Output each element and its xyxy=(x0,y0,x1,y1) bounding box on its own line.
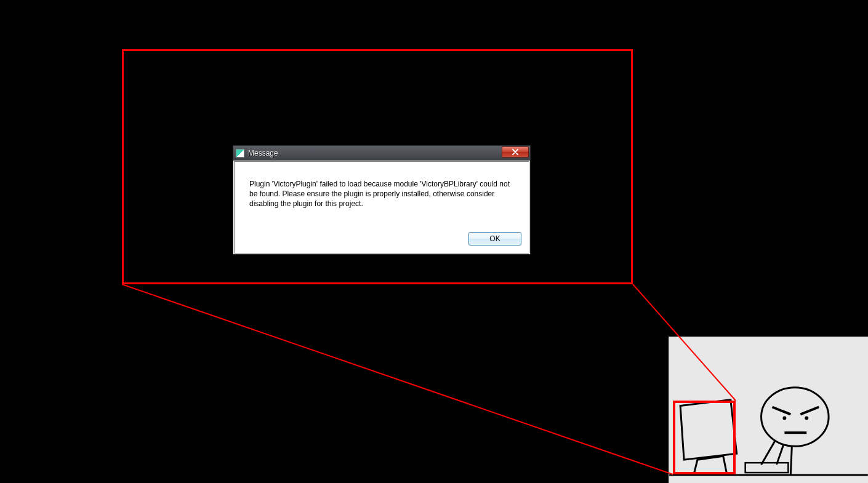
dialog-titlebar[interactable]: Message xyxy=(233,146,530,161)
svg-line-12 xyxy=(790,446,792,474)
dialog-title: Message xyxy=(248,149,528,158)
meme-drawing xyxy=(669,337,868,483)
svg-rect-3 xyxy=(745,463,789,473)
message-dialog: Message Plugin 'VictoryPlugin' failed to… xyxy=(233,145,531,255)
close-icon xyxy=(512,149,519,155)
svg-line-4 xyxy=(762,438,777,465)
dialog-body: Plugin 'VictoryPlugin' failed to load be… xyxy=(235,162,529,227)
svg-point-9 xyxy=(782,416,786,420)
close-button[interactable] xyxy=(502,146,529,158)
dialog-inner: Plugin 'VictoryPlugin' failed to load be… xyxy=(234,161,529,253)
monitor-icon xyxy=(680,400,737,474)
svg-point-10 xyxy=(805,416,808,420)
svg-point-6 xyxy=(762,388,829,447)
app-icon xyxy=(236,149,244,158)
svg-marker-2 xyxy=(694,456,727,474)
ok-button[interactable]: OK xyxy=(468,232,521,245)
svg-line-13 xyxy=(122,284,673,474)
dialog-footer: OK xyxy=(235,227,529,253)
keyboard-icon xyxy=(745,463,789,473)
face-icon xyxy=(762,388,829,447)
dialog-message-text: Plugin 'VictoryPlugin' failed to load be… xyxy=(249,179,514,209)
meme-panel xyxy=(669,337,868,483)
svg-marker-1 xyxy=(680,400,737,460)
